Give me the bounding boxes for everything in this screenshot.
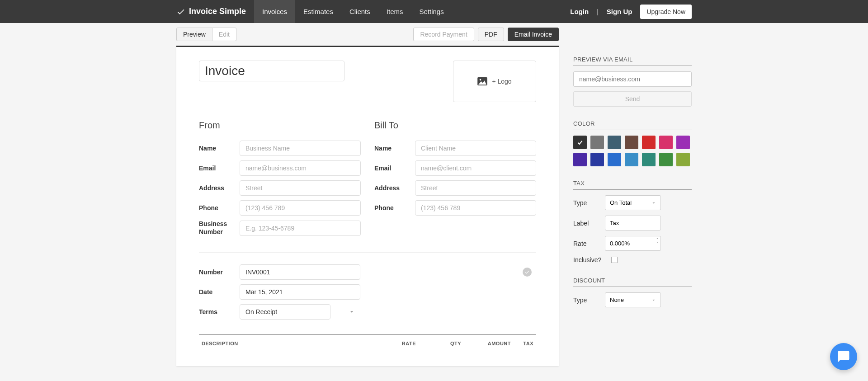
tax-inclusive-label: Inclusive? <box>573 256 611 263</box>
number-input[interactable] <box>240 264 360 280</box>
edit-button[interactable]: Edit <box>212 28 236 41</box>
preview-email-input[interactable] <box>573 71 692 87</box>
to-address-input[interactable] <box>415 180 536 196</box>
tax-rate-label: Rate <box>573 240 605 247</box>
tax-label-label: Label <box>573 220 605 227</box>
from-section: From Name Email Address Phone <box>199 120 361 240</box>
tax-heading: TAX <box>573 180 692 190</box>
from-phone-input[interactable] <box>240 200 361 216</box>
from-name-label: Name <box>199 145 240 152</box>
add-logo-label: + Logo <box>492 78 511 85</box>
color-swatch[interactable] <box>590 136 604 149</box>
brand-text: Invoice Simple <box>189 7 246 16</box>
tax-rate-input[interactable] <box>605 236 661 251</box>
number-label: Number <box>199 268 240 276</box>
stepper-down-icon[interactable] <box>656 240 659 244</box>
bill-to-section: Bill To Name Email Address Phone <box>374 120 536 240</box>
items-header-rate: RATE <box>369 339 419 348</box>
preview-button[interactable]: Preview <box>176 28 212 41</box>
nav-estimates[interactable]: Estimates <box>295 0 341 23</box>
color-swatch[interactable] <box>676 153 690 166</box>
preview-email-heading: PREVIEW VIA EMAIL <box>573 56 692 66</box>
color-swatch[interactable] <box>573 153 587 166</box>
from-heading: From <box>199 120 361 131</box>
to-address-label: Address <box>374 184 415 192</box>
nav-invoices[interactable]: Invoices <box>254 0 295 23</box>
nav-links: Invoices Estimates Clients Items Setting… <box>254 0 452 23</box>
tax-label-input[interactable] <box>605 216 661 230</box>
tax-type-select[interactable] <box>605 195 661 210</box>
image-icon <box>477 77 487 85</box>
nav-settings[interactable]: Settings <box>411 0 452 23</box>
discount-heading: DISCOUNT <box>573 277 692 287</box>
invoice-title-input[interactable] <box>199 61 344 81</box>
nav-clients[interactable]: Clients <box>341 0 378 23</box>
email-invoice-button[interactable]: Email Invoice <box>508 28 559 41</box>
bill-to-heading: Bill To <box>374 120 536 131</box>
color-swatch[interactable] <box>642 153 656 166</box>
login-link[interactable]: Login <box>570 8 589 15</box>
chat-widget-button[interactable] <box>830 343 857 370</box>
upgrade-button[interactable]: Upgrade Now <box>640 5 692 19</box>
nav-separator: | <box>597 8 599 15</box>
tax-block: TAX Type Label Rate <box>573 180 692 263</box>
from-address-input[interactable] <box>240 180 361 196</box>
items-header-description: DESCRIPTION <box>199 339 369 348</box>
color-swatch[interactable] <box>625 136 638 149</box>
color-swatch[interactable] <box>659 153 673 166</box>
from-biznum-label: Business Number <box>199 220 240 236</box>
color-swatch[interactable] <box>625 153 638 166</box>
number-check-icon <box>523 268 532 277</box>
discount-type-label: Type <box>573 296 605 304</box>
color-heading: COLOR <box>573 120 692 130</box>
discount-type-select[interactable] <box>605 292 661 307</box>
pdf-button[interactable]: PDF <box>478 28 504 41</box>
chat-icon <box>837 350 850 363</box>
signup-link[interactable]: Sign Up <box>607 8 632 15</box>
date-input[interactable] <box>240 284 360 300</box>
color-swatch[interactable] <box>642 136 656 149</box>
to-name-label: Name <box>374 145 415 152</box>
brand[interactable]: Invoice Simple <box>176 7 254 16</box>
from-email-input[interactable] <box>240 160 361 176</box>
invoice-card: + Logo From Name Email Address <box>176 46 559 366</box>
items-header-qty: QTY <box>419 339 464 348</box>
terms-label: Terms <box>199 308 240 315</box>
check-icon <box>176 7 185 16</box>
top-nav: Invoice Simple Invoices Estimates Client… <box>0 0 868 23</box>
send-button[interactable]: Send <box>573 91 692 107</box>
tax-type-label: Type <box>573 199 605 207</box>
to-email-label: Email <box>374 165 415 172</box>
tax-inclusive-checkbox[interactable] <box>611 257 618 263</box>
preview-email-block: PREVIEW VIA EMAIL Send <box>573 56 692 107</box>
chevron-down-icon <box>349 309 355 315</box>
color-swatch[interactable] <box>676 136 690 149</box>
color-swatch[interactable] <box>590 153 604 166</box>
color-swatch[interactable] <box>608 153 621 166</box>
from-name-input[interactable] <box>240 141 361 156</box>
add-logo-button[interactable]: + Logo <box>453 61 536 102</box>
color-swatches <box>573 136 692 166</box>
date-label: Date <box>199 288 240 296</box>
items-header-amount: AMOUNT <box>464 339 514 348</box>
to-phone-input[interactable] <box>415 200 536 216</box>
check-icon <box>576 139 584 146</box>
record-payment-button[interactable]: Record Payment <box>413 28 474 41</box>
color-swatch[interactable] <box>659 136 673 149</box>
to-email-input[interactable] <box>415 160 536 176</box>
from-biznum-input[interactable] <box>240 221 361 236</box>
toolbar: Preview Edit Record Payment PDF Email In… <box>176 23 559 46</box>
color-swatch[interactable] <box>608 136 621 149</box>
svg-point-1 <box>480 79 481 81</box>
stepper-up-icon[interactable] <box>656 237 659 240</box>
color-swatch[interactable] <box>573 136 587 149</box>
terms-select[interactable] <box>240 304 330 320</box>
to-phone-label: Phone <box>374 204 415 212</box>
from-address-label: Address <box>199 184 240 192</box>
items-header-tax: TAX <box>514 339 536 348</box>
to-name-input[interactable] <box>415 141 536 156</box>
from-email-label: Email <box>199 165 240 172</box>
nav-items[interactable]: Items <box>378 0 411 23</box>
from-phone-label: Phone <box>199 204 240 212</box>
color-block: COLOR <box>573 120 692 166</box>
